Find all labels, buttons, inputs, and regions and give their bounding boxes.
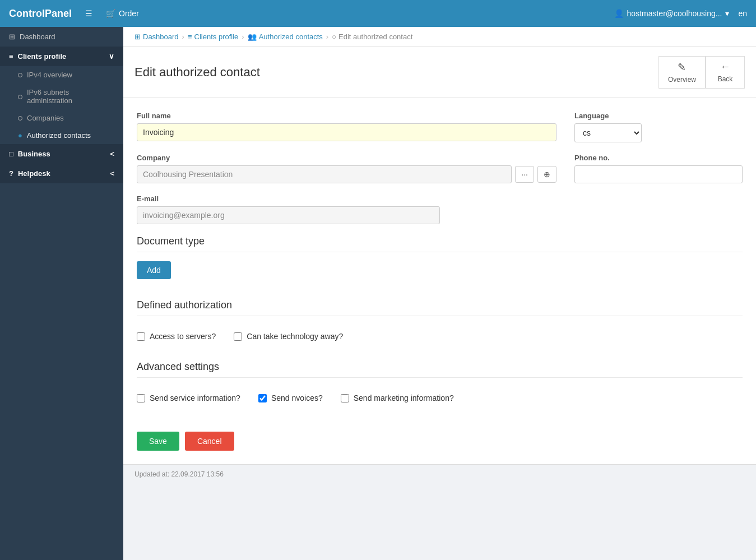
sidebar-item-label: Dashboard [20, 33, 55, 41]
sidebar-item-clients-profile[interactable]: ≡ Clients profile ∨ [0, 47, 123, 66]
document-type-section: Document type [137, 235, 743, 252]
breadcrumb-label: Dashboard [143, 33, 179, 41]
auth-checkboxes-row: Access to servers? Can take technology a… [137, 325, 743, 348]
clients-profile-icon: ≡ [9, 52, 13, 61]
overview-label: Overview [668, 76, 696, 84]
sidebar-item-companies[interactable]: Companies [0, 109, 123, 127]
sidebar-sub-label: Authorized contacts [27, 131, 91, 140]
circle-icon: ○ [332, 33, 336, 41]
send-invoices-label: Send nvoices? [271, 394, 323, 402]
access-servers-input[interactable] [137, 332, 145, 341]
breadcrumb-separator: › [326, 33, 328, 41]
breadcrumb-separator: › [182, 33, 184, 41]
phone-input[interactable] [574, 165, 743, 183]
main-content: ⊞ Dashboard › ≡ Clients profile › 👥 Auth… [123, 27, 756, 560]
language-selector[interactable]: en [738, 9, 747, 18]
send-service-checkbox[interactable]: Send service information? [137, 394, 240, 402]
form-row-3: E-mail [137, 195, 743, 224]
phone-group: Phone no. [574, 154, 743, 183]
email-label: E-mail [137, 195, 440, 203]
send-service-label: Send service information? [150, 394, 240, 402]
sidebar-item-business[interactable]: □ Business < [0, 144, 123, 164]
advanced-settings-title: Advanced settings [137, 361, 743, 378]
sidebar-item-ipv4[interactable]: IPv4 overview [0, 66, 123, 84]
take-tech-checkbox[interactable]: Can take technology away? [234, 332, 343, 341]
chevron-left-icon: < [110, 150, 114, 158]
order-button[interactable]: 🛒 Order [106, 9, 139, 18]
advanced-checkboxes-row: Send service information? Send nvoices? … [137, 387, 743, 409]
take-tech-label: Can take technology away? [247, 332, 343, 341]
breadcrumb-separator: › [242, 33, 244, 41]
dashboard-icon: ⊞ [134, 33, 141, 41]
chevron-down-icon: ▾ [725, 9, 729, 18]
company-row: ··· ⊕ [137, 165, 556, 183]
email-group: E-mail [137, 195, 440, 224]
full-name-label: Full name [137, 112, 556, 120]
edit-form: Full name Language cs en de sk Company [123, 98, 756, 464]
circle-icon [18, 114, 22, 122]
access-servers-checkbox[interactable]: Access to servers? [137, 332, 216, 341]
sidebar-sub-label: IPv4 overview [27, 71, 72, 79]
sidebar-item-label: Clients profile [18, 52, 67, 61]
back-label: Back [718, 75, 733, 83]
full-name-group: Full name [137, 112, 556, 142]
helpdesk-icon: ? [9, 169, 13, 178]
breadcrumb-authorized-contacts[interactable]: 👥 Authorized contacts [248, 33, 323, 41]
page-header: Edit authorized contact ✎ Overview ← Bac… [123, 47, 756, 98]
sidebar-item-dashboard[interactable]: ⊞ Dashboard [0, 27, 123, 47]
company-add-button[interactable]: ⊕ [537, 166, 556, 183]
form-row-1: Full name Language cs en de sk [137, 112, 743, 142]
defined-auth-title: Defined authorization [137, 299, 743, 316]
form-row-2: Company ··· ⊕ Phone no. [137, 154, 743, 183]
overview-button[interactable]: ✎ Overview [658, 56, 706, 89]
page-actions: ✎ Overview ← Back [658, 56, 745, 89]
order-label: Order [119, 9, 139, 18]
cancel-button[interactable]: Cancel [185, 432, 234, 451]
page-footer: Updated at: 22.09.2017 13:56 [123, 464, 756, 484]
save-button[interactable]: Save [137, 432, 179, 451]
top-navigation: ControlPanel ☰ 🛒 Order 👤 hostmaster@cool… [0, 0, 756, 27]
company-input[interactable] [137, 165, 512, 183]
dashboard-icon: ⊞ [9, 33, 15, 41]
sidebar-sub-label: IPv6 subnets administration [27, 88, 114, 105]
contacts-icon: 👥 [248, 33, 257, 41]
sidebar-item-authorized-contacts[interactable]: ● Authorized contacts [0, 127, 123, 144]
sidebar-item-helpdesk[interactable]: ? Helpdesk < [0, 164, 123, 183]
sidebar-item-ipv6[interactable]: IPv6 subnets administration [0, 84, 123, 109]
defined-auth-section: Defined authorization [137, 299, 743, 316]
document-type-title: Document type [137, 235, 743, 252]
back-button[interactable]: ← Back [706, 56, 745, 89]
language-group: Language cs en de sk [574, 112, 743, 142]
hamburger-icon: ☰ [85, 9, 92, 18]
send-invoices-input[interactable] [258, 394, 267, 402]
send-invoices-checkbox[interactable]: Send nvoices? [258, 394, 323, 402]
advanced-settings-section: Advanced settings [137, 361, 743, 378]
send-marketing-checkbox[interactable]: Send marketing information? [341, 394, 454, 402]
user-icon: 👤 [614, 9, 624, 18]
sidebar-item-label: Helpdesk [18, 169, 50, 178]
hamburger-menu[interactable]: ☰ [85, 9, 92, 18]
chevron-left-icon: < [110, 169, 114, 178]
company-more-button[interactable]: ··· [515, 166, 534, 183]
add-button[interactable]: Add [137, 261, 171, 279]
take-tech-input[interactable] [234, 332, 242, 341]
overview-icon: ✎ [678, 61, 686, 73]
send-marketing-input[interactable] [341, 394, 349, 402]
breadcrumb-label: Authorized contacts [259, 33, 323, 41]
company-label: Company [137, 154, 556, 162]
sidebar-sub-label: Companies [27, 114, 64, 122]
email-input[interactable] [137, 206, 440, 224]
updated-label: Updated at: 22.09.2017 13:56 [134, 470, 224, 478]
send-service-input[interactable] [137, 394, 145, 402]
page-title: Edit authorized contact [134, 65, 260, 80]
chevron-down-icon: ∨ [109, 52, 114, 61]
breadcrumb-current: ○ Edit authorized contact [332, 33, 412, 41]
full-name-input[interactable] [137, 123, 556, 141]
breadcrumb-dashboard[interactable]: ⊞ Dashboard [134, 33, 179, 41]
circle-icon: ● [18, 131, 22, 140]
sidebar-item-label: Business [18, 150, 50, 158]
breadcrumb-clients-profile[interactable]: ≡ Clients profile [188, 33, 238, 41]
user-label: hostmaster@coolhousing... [627, 9, 722, 18]
language-select[interactable]: cs en de sk [574, 123, 642, 142]
user-menu[interactable]: 👤 hostmaster@coolhousing... ▾ [614, 9, 730, 18]
